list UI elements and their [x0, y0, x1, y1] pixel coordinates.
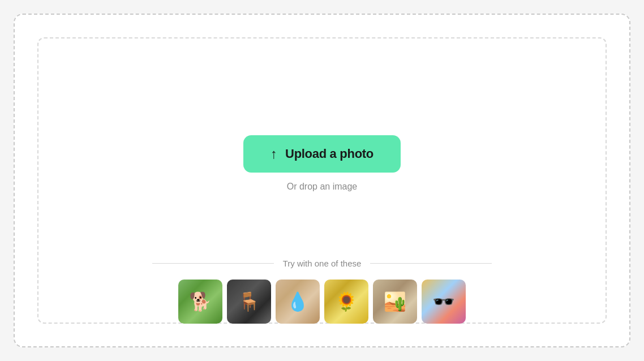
thumbnail-3[interactable]: 💧 [276, 280, 320, 324]
thumbnail-2[interactable]: 🪑 [227, 280, 271, 324]
thumbnail-6-image: 🕶️ [422, 280, 466, 324]
upload-button-label: Upload a photo [285, 147, 373, 161]
try-divider-row: Try with one of these [152, 259, 492, 268]
thumbnail-4-image: 🌻 [324, 280, 368, 324]
try-section: Try with one of these 🐕 🪑 💧 🌻 🏜️ [37, 259, 607, 324]
left-divider [152, 263, 274, 264]
try-label: Try with one of these [283, 259, 362, 268]
upload-icon: ↑ [271, 147, 277, 161]
upload-dropzone[interactable]: ↑ Upload a photo Or drop an image Try wi… [14, 14, 630, 347]
drop-hint-text: Or drop an image [287, 182, 358, 192]
thumbnail-1-image: 🐕 [178, 280, 222, 324]
inner-dropzone: ↑ Upload a photo Or drop an image Try wi… [37, 37, 607, 324]
thumbnails-row: 🐕 🪑 💧 🌻 🏜️ 🕶️ [178, 280, 466, 324]
thumbnail-1[interactable]: 🐕 [178, 280, 222, 324]
thumbnail-4[interactable]: 🌻 [324, 280, 368, 324]
right-divider [370, 263, 492, 264]
thumbnail-3-image: 💧 [276, 280, 320, 324]
thumbnail-5-image: 🏜️ [373, 280, 417, 324]
thumbnail-2-image: 🪑 [227, 280, 271, 324]
upload-photo-button[interactable]: ↑ Upload a photo [243, 135, 401, 173]
upload-section: ↑ Upload a photo Or drop an image [243, 135, 401, 192]
thumbnail-5[interactable]: 🏜️ [373, 280, 417, 324]
thumbnail-6[interactable]: 🕶️ [422, 280, 466, 324]
